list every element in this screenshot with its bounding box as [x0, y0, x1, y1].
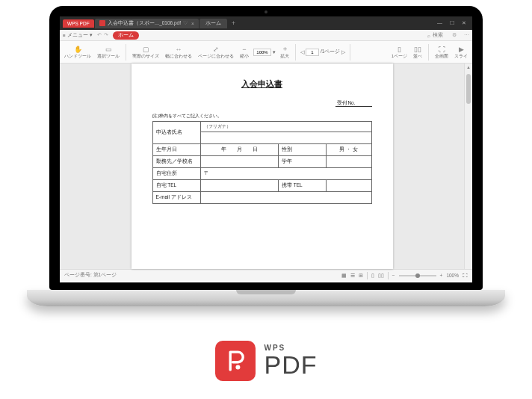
birth-label: 生年月日: [152, 144, 200, 156]
document-tab[interactable]: 入会申込書（スポー…_0106.pdf ♡ ×: [95, 19, 199, 28]
fit-page-button[interactable]: ⤢ページに合わせる: [197, 45, 235, 59]
scroll-up-icon[interactable]: ▲: [466, 65, 471, 69]
menu-button[interactable]: ≡ メニュー ▾: [63, 32, 93, 39]
mobile-tel-field: [326, 180, 371, 192]
zoom-out-icon: −: [241, 45, 249, 53]
receipt-label: 受付No.: [335, 100, 371, 107]
screen-bezel: WPS PDF 入会申込書（スポー…_0106.pdf ♡ × ホーム + — …: [49, 6, 483, 290]
page-1-1-icon: ▢: [142, 45, 150, 53]
laptop-base: [27, 290, 505, 306]
page-input[interactable]: [306, 49, 319, 56]
more-icon[interactable]: ⋯: [464, 32, 469, 38]
fit-width-button[interactable]: ↔幅に合わせる: [164, 45, 194, 59]
brand-text: WPS PDF: [265, 344, 318, 377]
continuous-view-icon[interactable]: ▯▯: [378, 273, 384, 279]
zoom-out-button[interactable]: −縮小: [238, 45, 250, 59]
facing-pages-button[interactable]: ▯▯並べ: [412, 45, 424, 59]
pdf-file-icon: [99, 20, 105, 26]
product-brand: WPS PDF: [215, 341, 318, 381]
mobile-tel-label: 携帯 TEL: [278, 180, 326, 192]
favorite-icon[interactable]: ♡: [183, 20, 188, 26]
work-label: 勤務先／学校名: [152, 156, 200, 168]
fullscreen-status-icon[interactable]: ⛶: [463, 273, 468, 278]
table-row: 自宅住所 〒: [152, 168, 371, 180]
hand-icon: ✋: [74, 45, 82, 53]
zoom-in-icon: ＋: [281, 45, 289, 53]
page-navigator: ◁ /1ページ ▷: [300, 49, 345, 56]
slideshow-icon: ▶: [457, 45, 466, 53]
fullscreen-button[interactable]: ⛶全画面: [433, 45, 450, 59]
vertical-scrollbar[interactable]: ▲: [464, 64, 472, 269]
view-mode-icon-2[interactable]: ☰: [350, 273, 355, 279]
zoom-percent: 100%: [446, 273, 459, 278]
laptop-mockup: WPS PDF 入会申込書（スポー…_0106.pdf ♡ × ホーム + — …: [27, 6, 505, 320]
hand-tool[interactable]: ✋ハンドツール: [63, 45, 93, 59]
settings-icon[interactable]: ⚙: [452, 32, 457, 38]
titlebar: WPS PDF 入会申込書（スポー…_0106.pdf ♡ × ホーム + — …: [60, 16, 472, 30]
grade-field: [326, 156, 371, 168]
app-window: WPS PDF 入会申込書（スポー…_0106.pdf ♡ × ホーム + — …: [60, 16, 472, 282]
slider-knob[interactable]: [415, 273, 420, 278]
zoom-minus-icon[interactable]: −: [392, 273, 395, 278]
page-total: /1ページ: [321, 49, 340, 55]
app-name-tab[interactable]: WPS PDF: [63, 19, 94, 28]
application-form-table: 申込者氏名 （フリガナ） 生年月日 年 月 日 性別 男 ・ 女 勤務先／学校名: [152, 121, 372, 204]
address-label: 自宅住所: [152, 168, 200, 180]
prev-page-icon[interactable]: ◁: [300, 49, 304, 55]
single-view-icon[interactable]: ▯: [371, 273, 374, 279]
pdf-logo-icon: [223, 348, 248, 374]
page-info: ページ番号: 第1ページ: [64, 272, 117, 279]
svg-point-0: [235, 365, 240, 370]
grade-label: 学年: [278, 156, 326, 168]
new-tab-button[interactable]: +: [227, 19, 240, 27]
window-controls: — ☐ ✕: [437, 20, 469, 26]
document-tab-label: 入会申込書（スポー…_0106.pdf: [108, 20, 181, 27]
actual-size-button[interactable]: ▢実際のサイズ: [131, 45, 161, 59]
close-tab-icon[interactable]: ×: [191, 21, 194, 26]
single-page-button[interactable]: ▯1ページ: [390, 45, 409, 59]
zoom-in-button[interactable]: ＋拡大: [279, 45, 291, 59]
table-row: 勤務先／学校名 学年: [152, 156, 371, 168]
minimize-icon[interactable]: —: [437, 20, 442, 26]
zoom-slider[interactable]: [399, 275, 436, 276]
toolbar: ✋ハンドツール ▭選択ツール ▢実際のサイズ ↔幅に合わせる ⤢ページに合わせる…: [60, 41, 472, 64]
single-page-icon: ▯: [395, 45, 403, 53]
separator: [428, 44, 429, 61]
view-mode-icon[interactable]: ▦: [341, 273, 347, 279]
undo-redo: ↶ ↷: [97, 32, 108, 38]
email-field: [200, 192, 371, 204]
sex-label: 性別: [278, 144, 326, 156]
table-row: 生年月日 年 月 日 性別 男 ・ 女: [152, 144, 371, 156]
scrollbar-thumb[interactable]: [466, 74, 471, 104]
table-row: 自宅 TEL 携帯 TEL: [152, 180, 371, 192]
slideshow-button[interactable]: ▶スライ: [453, 45, 469, 59]
zoom-input[interactable]: [253, 49, 271, 56]
work-field: [200, 156, 278, 168]
sex-field: 男 ・ 女: [326, 144, 371, 156]
fit-page-icon: ⤢: [212, 45, 220, 53]
laptop-notch: [236, 290, 296, 294]
home-tab[interactable]: ホーム: [200, 19, 227, 28]
zoom-dropdown-icon[interactable]: ▾: [273, 49, 276, 55]
cursor-icon: ▭: [105, 45, 113, 53]
facing-icon: ▯▯: [414, 45, 422, 53]
maximize-icon[interactable]: ☐: [450, 20, 454, 26]
address-field: 〒: [200, 168, 371, 180]
search-box[interactable]: ⌕ 検索: [427, 32, 443, 39]
table-row: 申込者氏名 （フリガナ）: [152, 122, 371, 132]
view-mode-icon-3[interactable]: ⊞: [359, 273, 363, 279]
email-label: E-mail アドレス: [152, 192, 200, 204]
zoom-field: ▾: [253, 49, 276, 56]
close-window-icon[interactable]: ✕: [462, 20, 466, 26]
redo-icon[interactable]: ↷: [104, 32, 108, 38]
select-tool[interactable]: ▭選択ツール: [96, 45, 121, 59]
next-page-icon[interactable]: ▷: [341, 49, 345, 55]
undo-icon[interactable]: ↶: [97, 32, 102, 38]
document-viewport[interactable]: 入会申込書 受付No. (注)枠内をすべてご記入ください。 申込者氏名 （フリガ…: [60, 64, 472, 269]
form-note: (注)枠内をすべてご記入ください。: [152, 113, 372, 120]
zoom-plus-icon[interactable]: +: [440, 273, 443, 278]
home-ribbon-tab[interactable]: ホーム: [113, 31, 139, 40]
name-field: [200, 132, 371, 144]
fullscreen-icon: ⛶: [438, 45, 446, 53]
statusbar: ページ番号: 第1ページ ▦ ☰ ⊞ ▯ ▯▯ − + 100% ⛶: [60, 269, 472, 281]
